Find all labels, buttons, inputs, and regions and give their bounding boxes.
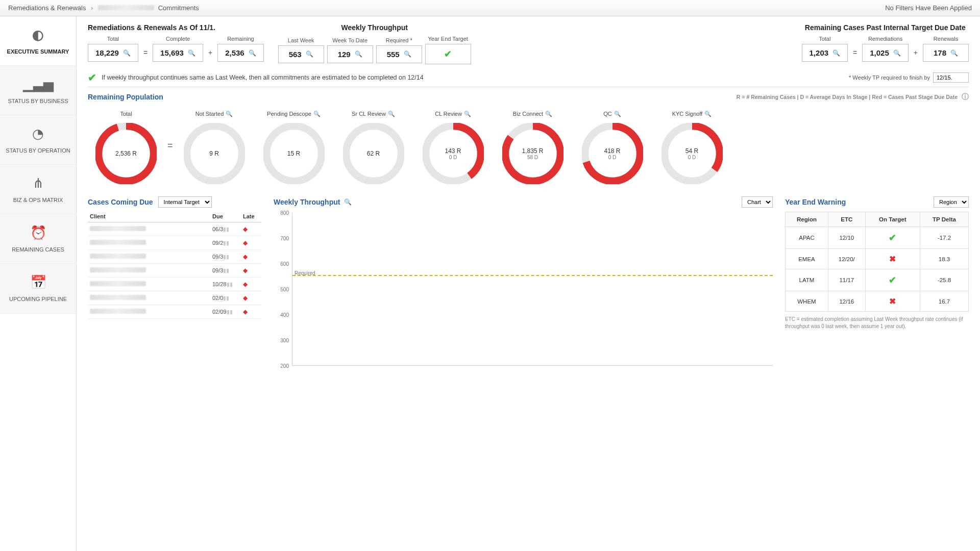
metric-yearend: Year End Target ✔: [425, 36, 471, 64]
late-indicator-icon: ◆: [243, 226, 248, 233]
sidebar-icon: ⏰: [3, 224, 73, 242]
metric-required[interactable]: Required * 555🔍: [376, 37, 422, 63]
coming-due-row[interactable]: 09/3▮▮ ◆: [88, 250, 261, 264]
magnify-icon: 🔍: [249, 49, 256, 57]
magnify-icon[interactable]: 🔍: [464, 111, 471, 117]
late-indicator-icon: ◆: [243, 239, 248, 246]
coming-due-row[interactable]: 09/2▮▮ ◆: [88, 236, 261, 250]
remaining-pop-legend: R = # Remaining Cases | D = Average Days…: [737, 94, 958, 100]
required-line: Required: [292, 275, 773, 276]
year-row-whem[interactable]: WHEM 12/16 ✖ 16.7: [786, 291, 969, 312]
sidebar: ◐EXECUTIVE SUMMARY▁▃▅STATUS BY BUSINESS◔…: [0, 16, 77, 551]
magnify-icon: 🔍: [188, 49, 195, 57]
weekly-throughput-chart: 200300400500600700800: [274, 213, 773, 366]
stage-cl-review[interactable]: CL Review🔍 143 R0 D: [415, 107, 492, 184]
coming-due-row[interactable]: 02/0▮▮ ◆: [88, 291, 261, 305]
tp-date-input[interactable]: [933, 72, 969, 83]
metric-total[interactable]: Total 18,229🔍: [88, 36, 138, 62]
donut-chart: 143 R0 D: [423, 123, 484, 184]
metric-pd-rem[interactable]: Remediations 1,025🔍: [862, 36, 909, 62]
magnify-icon: 🔍: [123, 49, 131, 57]
stage-not-started[interactable]: Not Started🔍 9 R: [176, 107, 253, 184]
magnify-icon[interactable]: 🔍: [704, 111, 712, 117]
sidebar-item-label: BIZ & OPS MATRIX: [13, 197, 63, 203]
magnify-icon[interactable]: 🔍: [226, 111, 233, 117]
metric-complete[interactable]: Complete 15,693🔍: [153, 36, 203, 62]
stage-kyc-signoff[interactable]: KYC Signoff🔍 54 R0 D: [654, 107, 730, 184]
donut-chart: 15 R: [263, 123, 325, 184]
magnify-icon[interactable]: 🔍: [388, 111, 395, 117]
stage-qc[interactable]: QC🔍 418 R0 D: [574, 107, 651, 184]
magnify-icon[interactable]: 🔍: [313, 111, 321, 117]
breadcrumb-bar: Remediations & Renewals › Commitments No…: [0, 0, 980, 16]
asof-title: Remediations & Renewals As Of 11/1.: [88, 23, 264, 32]
donut-chart: 54 R0 D: [662, 123, 723, 184]
coming-due-table: Client Due Late 06/3▮▮ ◆ 09/2▮▮ ◆ 09/3▮▮…: [88, 211, 261, 319]
stage-total[interactable]: Total 2,536 R: [88, 107, 164, 184]
sidebar-item-status-by-operation[interactable]: ◔STATUS BY OPERATION: [0, 115, 76, 165]
donut-chart: 9 R: [184, 123, 245, 184]
coming-due-row[interactable]: 10/28▮▮ ◆: [88, 278, 261, 291]
coming-due-row[interactable]: 02/09▮▮ ◆: [88, 305, 261, 319]
metric-pd-total[interactable]: Total 1,203🔍: [802, 36, 848, 62]
sidebar-item-upcoming-pipeline[interactable]: 📅UPCOMING PIPELINE: [0, 264, 76, 313]
donut-chart: 2,536 R: [95, 123, 157, 184]
sidebar-item-status-by-business[interactable]: ▁▃▅STATUS BY BUSINESS: [0, 66, 76, 115]
coming-due-row[interactable]: 09/3▮▮ ◆: [88, 264, 261, 278]
year-title: Year End Warning: [785, 198, 846, 206]
coming-due-row[interactable]: 06/3▮▮ ◆: [88, 222, 261, 236]
stage-pending-descope[interactable]: Pending Descope🔍 15 R: [256, 107, 332, 184]
breadcrumb-root[interactable]: Remediations & Renewals: [8, 4, 86, 12]
sidebar-icon: 📅: [3, 274, 73, 291]
check-icon: ✔: [889, 233, 896, 243]
stage-biz-connect[interactable]: Biz Connect🔍 1,835 R58 D: [495, 107, 571, 184]
coming-due-title: Cases Coming Due: [88, 198, 153, 206]
year-group-select[interactable]: Region: [934, 196, 969, 208]
forecast-text: If weekly throughput continues same as L…: [102, 74, 424, 81]
metric-wtd[interactable]: Week To Date 129🔍: [327, 37, 373, 63]
chart-view-select[interactable]: Chart: [742, 196, 773, 208]
donut-chart: 1,835 R58 D: [502, 123, 564, 184]
late-indicator-icon: ◆: [243, 267, 248, 274]
filter-status: No Filters Have Been Applied: [885, 4, 972, 12]
sidebar-item-label: STATUS BY OPERATION: [6, 147, 70, 154]
wt-title: Weekly Throughput: [274, 198, 340, 206]
year-row-emea[interactable]: EMEA 12/20/ ✖ 18.3: [786, 249, 969, 269]
donut-chart: 62 R: [343, 123, 404, 184]
magnify-icon[interactable]: 🔍: [344, 198, 352, 206]
weekly-throughput-panel: Weekly Throughput 🔍 Chart 20030040050060…: [274, 196, 773, 366]
check-icon: ✔: [88, 71, 96, 84]
year-row-latm[interactable]: LATM 11/17 ✔ -25.8: [786, 269, 969, 291]
sidebar-icon: ⋔: [3, 175, 73, 192]
info-icon[interactable]: ⓘ: [962, 92, 969, 102]
breadcrumb[interactable]: Remediations & Renewals › Commitments: [8, 4, 199, 12]
magnify-icon[interactable]: 🔍: [614, 111, 621, 117]
year-row-apac[interactable]: APAC 12/10 ✔ -17.2: [786, 227, 969, 249]
sidebar-icon: ◔: [3, 126, 73, 143]
magnify-icon[interactable]: 🔍: [545, 111, 552, 117]
sidebar-item-label: UPCOMING PIPELINE: [9, 296, 67, 302]
check-icon: ✔: [444, 48, 452, 60]
remaining-pop-title: Remaining Population: [88, 93, 163, 101]
check-icon: ✔: [889, 275, 896, 285]
x-icon: ✖: [889, 255, 896, 263]
coming-due-target-select[interactable]: Internal Target: [158, 196, 212, 208]
metric-remaining[interactable]: Remaining 2,536🔍: [217, 36, 264, 62]
weekly-title: Weekly Throughput: [278, 23, 471, 32]
metric-lastweek[interactable]: Last Week 563🔍: [278, 37, 324, 63]
late-indicator-icon: ◆: [243, 294, 248, 302]
tp-required-note: * Weekly TP required to finish by: [849, 74, 930, 81]
year-warning-table: Region ETC On Target TP Delta APAC 12/10…: [785, 212, 969, 312]
stage-sr-cl-review[interactable]: Sr CL Review🔍 62 R: [335, 107, 412, 184]
late-indicator-icon: ◆: [243, 253, 248, 260]
sidebar-item-label: EXECUTIVE SUMMARY: [7, 48, 69, 55]
cases-coming-due-panel: Cases Coming Due Internal Target Client …: [88, 196, 261, 319]
donut-chart: 418 R0 D: [582, 123, 643, 184]
sidebar-item-biz-ops-matrix[interactable]: ⋔BIZ & OPS MATRIX: [0, 165, 76, 214]
metric-pd-ren[interactable]: Renewals 178🔍: [923, 36, 969, 62]
sidebar-item-remaining-cases[interactable]: ⏰REMAINING CASES: [0, 214, 76, 264]
late-indicator-icon: ◆: [243, 281, 248, 288]
breadcrumb-leaf[interactable]: Commitments: [158, 4, 199, 12]
sidebar-item-label: STATUS BY BUSINESS: [8, 98, 68, 104]
sidebar-item-executive-summary[interactable]: ◐EXECUTIVE SUMMARY: [0, 16, 76, 66]
